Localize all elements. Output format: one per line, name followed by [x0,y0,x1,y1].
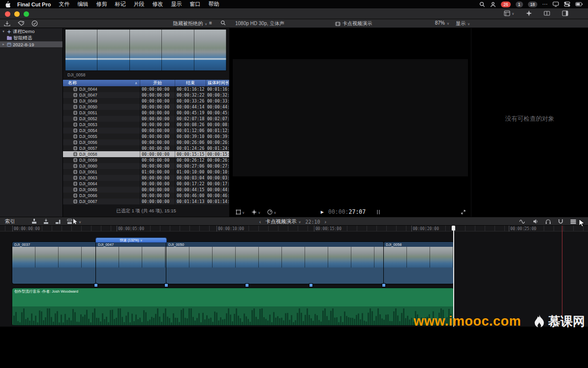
timeline-video-clip-DJI_0037[interactable]: DJI_0037 [12,242,96,284]
media-import-icon[interactable] [4,21,10,27]
background-tasks-icon[interactable] [31,20,38,27]
column-header-duration[interactable]: 媒体时间长 [206,80,229,86]
previous-project-icon[interactable]: ‹ [259,219,261,225]
inspector-toggle[interactable] [562,10,568,16]
notification-badge-red[interactable]: 26 [501,1,510,7]
timeline-project-dropdown[interactable]: 卡点视频演示 ∨ [265,218,301,225]
table-row[interactable]: DJI_0051 00:00:00:00 00:00:45:19 00:00:4… [63,110,229,116]
sidebar-item-smart-collection[interactable]: 智能精选 [0,35,62,41]
sidebar-item-library[interactable]: ▾ 课程Demo [0,29,62,34]
table-row[interactable]: DJI_0057 00:00:00:00 00:01:24:26 00:01:2… [63,145,229,151]
table-row[interactable]: DJI_0063 00:00:00:00 00:00:03:04 00:00:0… [63,175,229,181]
table-row[interactable]: DJI_0059 00:00:00:00 00:00:26:12 00:00:2… [63,157,229,163]
end-cell: 00:00:46:00 [175,193,206,199]
timeline-video-clip-DJI_0047[interactable]: DJI_0047 [96,242,166,284]
keyword-editor-icon[interactable] [18,21,24,27]
effects-browser-toggle[interactable] [526,10,532,16]
zoom-window-button[interactable] [24,11,29,17]
clip-appearance-icon[interactable]: ≡ [209,20,212,26]
playhead[interactable] [453,226,454,327]
menu-文件[interactable]: 文件 [55,0,73,8]
clip-appearance-toggle-icon[interactable] [570,219,576,224]
end-cell: 00:00:26:06 [175,139,206,145]
disclosure-triangle-icon[interactable]: ▾ [1,30,5,33]
table-row[interactable]: DJI_0064 00:00:00:00 00:00:17:22 00:00:1… [63,181,229,187]
browser-search-icon[interactable] [220,20,226,26]
battery-icon[interactable] [575,2,583,6]
window-controls [5,11,29,17]
table-row[interactable]: DJI_0060 00:00:00:00 00:00:27:06 00:00:2… [63,163,229,169]
audio-meters[interactable] [377,210,380,214]
clip-filmstrip-preview[interactable] [65,30,226,70]
browser-filter-dropdown[interactable]: 隐藏被拒绝的 ∨ [173,20,207,27]
table-row[interactable]: DJI_0052 00:00:00:00 00:02:07:18 00:02:0… [63,116,229,122]
start-cell: 00:00:00:00 [140,110,175,116]
display-icon[interactable] [553,1,559,7]
disclosure-triangle-icon[interactable]: ▸ [1,42,5,46]
audio-skimming-toggle-icon[interactable] [533,219,538,224]
table-row[interactable]: DJI_0054 00:00:00:00 00:01:12:06 00:01:1… [63,128,229,134]
tool-select-dropdown[interactable]: ∨ [73,219,81,225]
append-edit-icon[interactable] [55,219,61,224]
table-row[interactable]: DJI_0044 00:00:00:00 00:01:16:12 00:01:1… [63,86,229,92]
table-row[interactable]: DJI_0061 01:00:00:00 01:00:10:00 00:00:1… [63,169,229,175]
column-header-name[interactable]: 名称 ∧ [63,80,140,86]
media-sidebar-toggle[interactable]: ∨ [504,10,514,16]
clip-name-cell: DJI_0057 [63,145,140,151]
snapping-toggle-icon[interactable] [558,219,563,224]
timeline-video-clip-DJI_0050[interactable]: DJI_0050 [166,242,384,284]
control-center-icon[interactable] [564,1,570,7]
table-row[interactable]: DJI_0058 00:00:00:00 00:00:15:15 00:00:1… [63,151,229,157]
table-row[interactable]: DJI_0055 00:00:00:00 00:00:39:10 00:00:3… [63,134,229,139]
connect-edit-icon[interactable] [31,219,37,224]
menu-编辑[interactable]: 编辑 [73,0,92,8]
insert-edit-icon[interactable] [43,219,49,224]
minimize-window-button[interactable] [14,11,20,17]
timeline-ruler[interactable]: 00:00:00:0000:00:05:0000:00:10:0000:00:1… [0,226,588,232]
notification-badge-2[interactable]: 18 [528,1,537,7]
index-button[interactable]: 索引 [5,218,15,225]
start-cell: 00:00:00:00 [140,86,175,92]
sidebar-item-event[interactable]: ▸ 2022-8-19 [0,41,62,47]
duration-cell: 00:01:12:0 [206,128,229,134]
close-window-button[interactable] [5,11,10,17]
menu-修剪[interactable]: 修剪 [92,0,111,8]
search-icon[interactable] [479,1,485,7]
menu-修改[interactable]: 修改 [148,0,167,8]
table-row[interactable]: DJI_0066 00:00:00:00 00:00:46:00 00:00:4… [63,193,229,199]
overwrite-edit-icon[interactable] [67,219,72,224]
table-row[interactable]: DJI_0053 00:00:00:00 00:00:08:26 00:00:0… [63,122,229,128]
viewer-zoom-dropdown[interactable]: 87% ∨ [435,20,449,26]
timeline-video-clip-DJI_0058[interactable]: DJI_0058 [384,242,454,284]
next-project-icon[interactable]: › [325,219,327,225]
table-row[interactable]: DJI_0047 00:00:00:00 00:00:32:22 00:00:3… [63,92,229,98]
table-row[interactable]: DJI_0067 00:00:00:00 00:01:14:13 00:01:1… [63,199,229,204]
fullscreen-icon[interactable] [461,209,466,215]
viewer-view-dropdown[interactable]: 显示 ∨ [456,20,470,27]
retime-badge[interactable]: 快速 (132%)∨ [96,238,166,242]
menu-片段[interactable]: 片段 [129,0,148,8]
clip-name-cell: DJI_0050 [63,104,140,110]
notification-badge-1[interactable]: 1 [516,1,523,7]
app-menu[interactable]: Final Cut Pro [13,1,55,7]
more-status-icon[interactable]: ⋯ [542,1,548,7]
column-header-start[interactable]: 开始 [140,80,175,86]
skimming-toggle-icon[interactable] [519,219,526,224]
skimmer-line [562,226,562,327]
table-row[interactable]: DJI_0065 00:00:00:00 00:00:44:15 00:00:4… [63,187,229,193]
transitions-browser-toggle[interactable] [544,10,550,16]
table-row[interactable]: DJI_0050 00:00:00:00 00:00:44:14 00:00:4… [63,104,229,110]
playhead-handle[interactable] [452,226,455,231]
table-row[interactable]: DJI_0056 00:00:00:00 00:00:26:06 00:00:2… [63,139,229,145]
play-button[interactable]: ▶ [321,210,324,214]
menu-显示[interactable]: 显示 [167,0,186,8]
menu-标记[interactable]: 标记 [111,0,129,8]
apple-menu-icon[interactable] [5,1,10,7]
start-cell: 00:00:00:00 [140,163,175,169]
column-header-end[interactable]: 结束 [175,80,206,86]
menu-窗口[interactable]: 窗口 [186,0,204,8]
solo-toggle-icon[interactable] [545,219,551,224]
menu-帮助[interactable]: 帮助 [204,0,223,8]
table-row[interactable]: DJI_0049 00:00:00:00 00:00:33:26 00:00:3… [63,98,229,104]
user-icon[interactable] [490,1,496,7]
